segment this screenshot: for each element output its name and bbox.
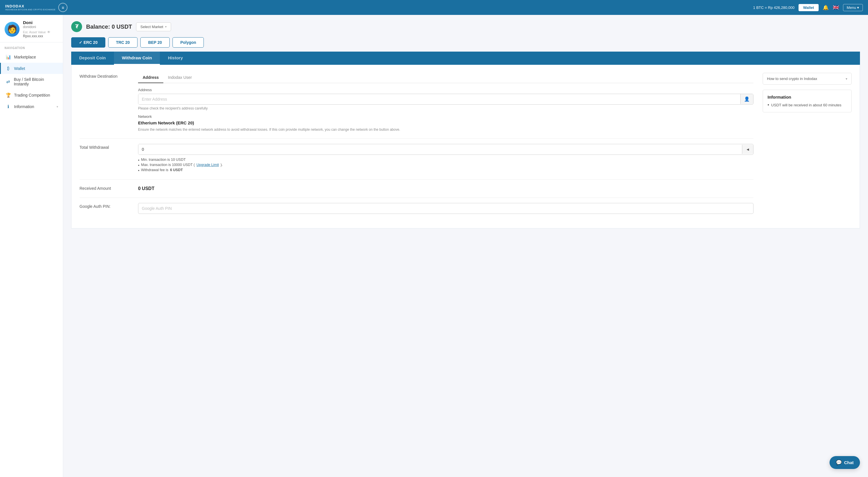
withdrawal-fee-bold: 6 USDT <box>170 168 183 172</box>
withdraw-destination-content: Address Indodax User Address 👤 Please ch… <box>138 73 753 132</box>
dest-tabs: Address Indodax User <box>138 73 753 83</box>
bitcoin-icon: ₿ <box>5 66 11 71</box>
network-tabs: ✓ ERC 20 TRC 20 BEP 20 Polygon <box>71 37 860 47</box>
top-menu-button[interactable]: Menu ▾ <box>843 4 863 11</box>
logo: INDODAX INDONESIA BITCOIN AND CRYPTO EXC… <box>5 4 55 10</box>
divider <box>80 138 753 139</box>
upgrade-limit-link[interactable]: Upgrade Limit <box>197 163 219 167</box>
user-id: donidoni <box>23 25 58 29</box>
check-icon: ✓ <box>79 40 84 45</box>
sidebar-item-marketplace[interactable]: 📊 Marketplace <box>0 51 63 63</box>
tether-icon: ₮ <box>71 21 82 32</box>
nav-section-label: NAVIGATION <box>0 42 63 51</box>
address-label: Address <box>138 88 753 92</box>
dest-tab-indodax-user[interactable]: Indodax User <box>163 73 196 83</box>
received-amount-content: 0 USDT <box>138 185 753 191</box>
content-inner: Withdraw Destination Address Indodax Use… <box>80 73 851 220</box>
flag-icon[interactable]: 🇬🇧 <box>833 4 839 11</box>
total-withdrawal-row: Total Withdrawal ◄ Min. transaction is 1… <box>80 144 753 173</box>
received-amount-label: Received Amount <box>80 185 131 191</box>
sidebar-nav: 📊 Marketplace ₿ Wallet ⇄ Buy / Sell Bitc… <box>0 51 63 112</box>
sidebar-item-wallet-label: Wallet <box>14 66 25 71</box>
right-panel: How to send crypto in Indodax ▾ Informat… <box>763 73 851 220</box>
address-hint: Please check the recipient's address car… <box>138 106 753 110</box>
eye-icon[interactable]: 👁 <box>47 30 51 34</box>
bullet-list: Min. transaction is 10 USDT Max. transac… <box>138 158 753 172</box>
trophy-icon: 🏆 <box>5 93 11 98</box>
tab-withdraw[interactable]: Withdraw Coin <box>114 52 160 65</box>
btc-rate: 1 BTC = Rp 426,280,000 <box>753 5 795 10</box>
divider3 <box>80 198 753 198</box>
tab-erc20[interactable]: ✓ ERC 20 <box>71 37 105 47</box>
layout: 🧑 Doni donidoni Est. Asset Value 👁 Rpxx.… <box>0 15 868 477</box>
withdraw-destination-label: Withdraw Destination <box>80 73 131 132</box>
address-input[interactable] <box>138 94 740 104</box>
topnav-left: INDODAX INDONESIA BITCOIN AND CRYPTO EXC… <box>5 3 67 12</box>
info-box: Information USDT will be received in abo… <box>763 90 851 112</box>
tab-bep20[interactable]: BEP 20 <box>141 37 169 47</box>
tab-trc20[interactable]: TRC 20 <box>108 37 137 47</box>
asset-label: Est. Asset Value <box>23 30 45 34</box>
total-withdrawal-input[interactable] <box>138 144 742 155</box>
bullet-max: Max. transaction is 10000 USDT (Upgrade … <box>138 163 753 167</box>
address-input-row: 👤 <box>138 94 753 105</box>
sidebar-item-wallet[interactable]: ₿ Wallet <box>0 63 63 74</box>
balance-text: Balance: 0 USDT <box>86 24 132 30</box>
google-auth-content <box>138 203 753 214</box>
sidebar-item-information[interactable]: ℹ Information ▾ <box>0 101 63 112</box>
total-withdrawal-input-row: ◄ <box>138 144 753 155</box>
asset-value: Rpxx.xxx.xxx <box>23 34 58 38</box>
sidebar-item-trading-label: Trading Competition <box>14 93 50 98</box>
address-book-icon-button[interactable]: 👤 <box>740 94 753 104</box>
menu-icon-button[interactable]: ≡ <box>58 3 67 12</box>
tab-history[interactable]: History <box>160 52 191 65</box>
content-card: Withdraw Destination Address Indodax Use… <box>71 65 860 229</box>
chat-button[interactable]: 💬 Chat <box>830 456 860 469</box>
google-auth-label: Google Auth PIN: <box>80 203 131 214</box>
chevron-down-icon: ▾ <box>57 105 58 109</box>
total-withdrawal-label: Total Withdrawal <box>80 144 131 173</box>
info-box-title: Information <box>768 95 847 99</box>
arrows-icon: ⇄ <box>5 79 11 84</box>
user-section: 🧑 Doni donidoni Est. Asset Value 👁 Rpxx.… <box>0 15 63 42</box>
how-to-dropdown[interactable]: How to send crypto in Indodax ▾ <box>763 73 851 84</box>
chat-label: Chat <box>844 460 854 465</box>
withdrawal-arrow-button[interactable]: ◄ <box>742 145 753 154</box>
asset-row: Est. Asset Value 👁 <box>23 30 58 34</box>
user-name: Doni <box>23 20 58 25</box>
bullet-min: Min. transaction is 10 USDT <box>138 158 753 162</box>
chat-icon: 💬 <box>836 459 842 466</box>
total-withdrawal-content: ◄ Min. transaction is 10 USDT Max. trans… <box>138 144 753 173</box>
google-auth-input[interactable] <box>138 203 753 214</box>
chevron-down-icon: ▾ <box>846 77 847 81</box>
withdraw-form: Withdraw Destination Address Indodax Use… <box>80 73 753 220</box>
network-label: Network <box>138 114 753 119</box>
select-market-button[interactable]: Select Market ▾ <box>136 22 171 31</box>
bullet-fee: Withdrawal fee is 6 USDT <box>138 168 753 172</box>
user-info: Doni donidoni Est. Asset Value 👁 Rpxx.xx… <box>23 20 58 38</box>
network-desc: Ensure the network matches the entered n… <box>138 127 753 132</box>
received-amount-row: Received Amount 0 USDT <box>80 185 753 191</box>
sidebar-item-buy-sell-label: Buy / Sell Bitcoin Instantly <box>14 77 58 86</box>
avatar: 🧑 <box>5 22 20 37</box>
topnav: INDODAX INDONESIA BITCOIN AND CRYPTO EXC… <box>0 0 868 15</box>
dest-tab-address[interactable]: Address <box>138 73 163 83</box>
divider2 <box>80 179 753 180</box>
balance-row: ₮ Balance: 0 USDT Select Market ▾ <box>71 21 860 32</box>
bell-icon[interactable]: 🔔 <box>823 5 829 11</box>
sidebar-item-buy-sell[interactable]: ⇄ Buy / Sell Bitcoin Instantly <box>0 74 63 90</box>
received-amount-value: 0 USDT <box>138 185 753 191</box>
wallet-button[interactable]: Wallet <box>799 4 818 11</box>
info-point: USDT will be received in about 60 minute… <box>768 102 847 107</box>
sidebar-item-trading[interactable]: 🏆 Trading Competition <box>0 90 63 101</box>
sidebar-item-marketplace-label: Marketplace <box>14 55 36 59</box>
chevron-down-icon: ▾ <box>165 25 167 29</box>
tab-deposit[interactable]: Deposit Coin <box>71 52 114 65</box>
action-tabs: Deposit Coin Withdraw Coin History <box>71 52 860 65</box>
chart-icon: 📊 <box>5 55 11 60</box>
google-auth-row: Google Auth PIN: <box>80 203 753 214</box>
sidebar: 🧑 Doni donidoni Est. Asset Value 👁 Rpxx.… <box>0 15 63 477</box>
sidebar-item-information-label: Information <box>14 104 34 109</box>
withdraw-destination-row: Withdraw Destination Address Indodax Use… <box>80 73 753 132</box>
tab-polygon[interactable]: Polygon <box>173 37 204 47</box>
